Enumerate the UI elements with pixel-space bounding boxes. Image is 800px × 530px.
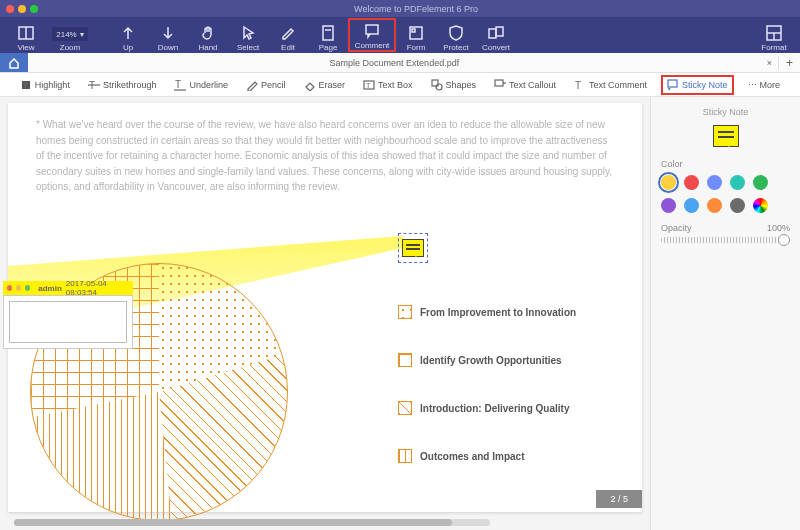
note-popup-header[interactable]: admin 2017-05-04 08:03:54 <box>3 281 133 295</box>
color-picker-swatch[interactable] <box>753 198 768 213</box>
zoom-window-icon[interactable] <box>30 5 38 13</box>
select-button[interactable]: Select <box>228 18 268 52</box>
window-controls[interactable] <box>6 5 38 13</box>
more-tool[interactable]: ⋯More <box>744 78 785 92</box>
pencil-tool[interactable]: Pencil <box>242 77 290 93</box>
legend-item: Outcomes and Impact <box>398 449 576 463</box>
page-label: Page <box>319 43 338 52</box>
home-tab[interactable] <box>0 53 28 72</box>
zoom-combo[interactable]: 214% ▾ <box>52 27 87 41</box>
comment-label: Comment <box>355 41 390 50</box>
textbox-tool[interactable]: TText Box <box>359 77 417 93</box>
note-textarea[interactable] <box>9 301 127 343</box>
more-icon: ⋯ <box>748 80 757 90</box>
stickynote-label: Sticky Note <box>682 80 728 90</box>
page-button[interactable]: Page <box>308 18 348 52</box>
pencil-icon <box>246 79 258 91</box>
form-icon <box>407 24 425 42</box>
document-tab[interactable]: Sample Document Extended.pdf <box>28 58 761 68</box>
format-icon <box>765 24 783 42</box>
color-swatch[interactable] <box>707 175 722 190</box>
underline-label: Underline <box>189 80 228 90</box>
svg-text:T: T <box>366 82 371 89</box>
format-button[interactable]: Format <box>754 18 794 52</box>
page-icon <box>319 24 337 42</box>
comment-button[interactable]: Comment <box>348 18 396 52</box>
arrow-down-icon <box>159 24 177 42</box>
up-label: Up <box>123 43 133 52</box>
edit-label: Edit <box>281 43 295 52</box>
textcallout-label: Text Callout <box>509 80 556 90</box>
convert-icon <box>487 24 505 42</box>
highlight-tool[interactable]: THighlight <box>16 77 74 93</box>
legend-swatch-icon <box>398 449 412 463</box>
color-label: Color <box>661 159 790 169</box>
down-button[interactable]: Down <box>148 18 188 52</box>
color-swatch[interactable] <box>707 198 722 213</box>
color-palette <box>661 175 790 213</box>
note-max-icon[interactable] <box>25 285 30 291</box>
sticky-note-popup[interactable]: admin 2017-05-04 08:03:54 <box>3 281 133 349</box>
tab-strip: Sample Document Extended.pdf × + <box>0 53 800 73</box>
legend-swatch-icon <box>398 353 412 367</box>
eraser-icon <box>303 79 315 91</box>
underline-tool[interactable]: TUnderline <box>170 77 232 93</box>
arrow-up-icon <box>119 24 137 42</box>
textcomment-tool[interactable]: TText Comment <box>570 77 651 93</box>
body-paragraph: * What we've heard over the course of th… <box>36 117 614 195</box>
note-body <box>3 295 133 349</box>
minimize-window-icon[interactable] <box>18 5 26 13</box>
up-button[interactable]: Up <box>108 18 148 52</box>
convert-button[interactable]: Convert <box>476 18 516 52</box>
note-min-icon[interactable] <box>16 285 21 291</box>
slider-knob[interactable] <box>778 234 790 246</box>
textbox-label: Text Box <box>378 80 413 90</box>
hand-label: Hand <box>198 43 217 52</box>
color-swatch[interactable] <box>753 175 768 190</box>
highlight-label: Highlight <box>35 80 70 90</box>
home-icon <box>8 57 20 69</box>
legend-label: From Improvement to Innovation <box>420 307 576 318</box>
color-swatch[interactable] <box>730 198 745 213</box>
page-viewport[interactable]: * What we've heard over the course of th… <box>0 97 650 530</box>
strikethrough-tool[interactable]: TStrikethrough <box>84 77 161 93</box>
legend-swatch-icon <box>398 401 412 415</box>
color-swatch[interactable] <box>661 175 676 190</box>
down-label: Down <box>158 43 178 52</box>
hand-button[interactable]: Hand <box>188 18 228 52</box>
legend-label: Identify Growth Opportunities <box>420 355 562 366</box>
svg-rect-7 <box>489 29 496 38</box>
chart-area: admin 2017-05-04 08:03:54 From Improveme… <box>8 233 642 512</box>
pdf-page: * What we've heard over the course of th… <box>8 103 642 512</box>
edit-icon <box>279 24 297 42</box>
textcallout-tool[interactable]: Text Callout <box>490 77 560 93</box>
sticky-note-panel: Sticky Note Color Opacity 100% <box>650 97 800 530</box>
close-tab-button[interactable]: × <box>761 58 778 68</box>
stickynote-tool[interactable]: Sticky Note <box>661 75 734 95</box>
color-swatch[interactable] <box>661 198 676 213</box>
note-close-icon[interactable] <box>7 285 12 291</box>
form-button[interactable]: Form <box>396 18 436 52</box>
legend-label: Introduction: Delivering Quality <box>420 403 569 414</box>
color-swatch[interactable] <box>684 198 699 213</box>
zoom-button[interactable]: 214% ▾ Zoom <box>46 23 94 52</box>
shapes-tool[interactable]: Shapes <box>427 77 481 93</box>
view-button[interactable]: View <box>6 18 46 52</box>
strikethrough-label: Strikethrough <box>103 80 157 90</box>
color-swatch[interactable] <box>684 175 699 190</box>
strikethrough-icon: T <box>88 79 100 91</box>
sticky-note-marker[interactable] <box>398 233 428 263</box>
close-window-icon[interactable] <box>6 5 14 13</box>
note-bubble-icon <box>402 239 424 257</box>
zoom-value: 214% <box>56 30 76 39</box>
eraser-tool[interactable]: Eraser <box>299 77 349 93</box>
opacity-value: 100% <box>767 223 790 233</box>
svg-rect-8 <box>496 27 503 36</box>
textcomment-label: Text Comment <box>589 80 647 90</box>
new-tab-button[interactable]: + <box>778 56 800 70</box>
horizontal-scrollbar[interactable] <box>14 519 490 526</box>
color-swatch[interactable] <box>730 175 745 190</box>
opacity-slider[interactable] <box>661 237 790 243</box>
edit-button[interactable]: Edit <box>268 18 308 52</box>
protect-button[interactable]: Protect <box>436 18 476 52</box>
